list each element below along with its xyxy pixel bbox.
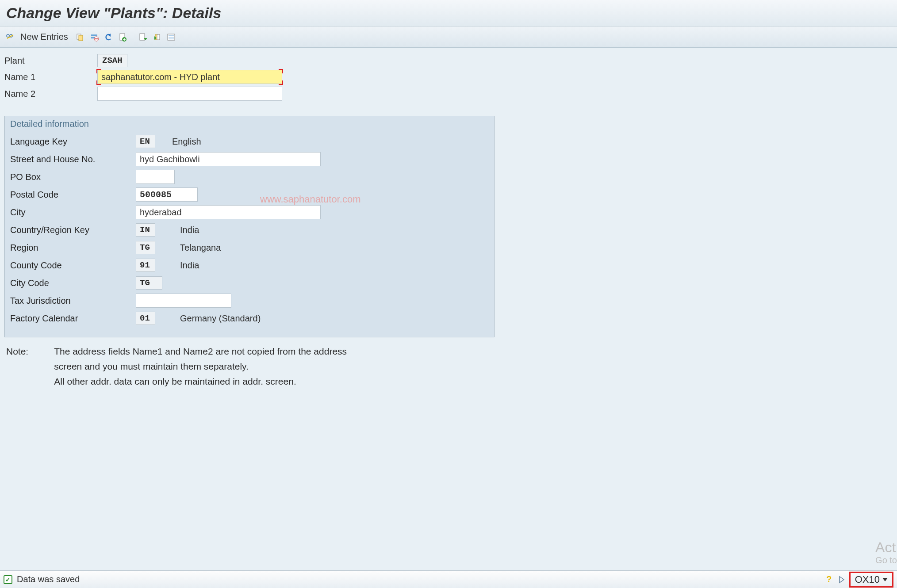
tax-jurisdiction-label: Tax Jurisdiction (10, 296, 136, 306)
transaction-code-box[interactable]: OX10 (849, 572, 893, 588)
page-title: Change View "Plants": Details (6, 4, 891, 22)
previous-entry-icon[interactable] (151, 31, 163, 43)
county-code-label: County Code (10, 260, 136, 271)
note-line3: All other addr. data can only be maintai… (54, 376, 347, 387)
title-bar: Change View "Plants": Details (0, 0, 897, 27)
svg-rect-12 (157, 34, 160, 40)
country-label: Country/Region Key (10, 225, 136, 235)
pobox-label: PO Box (10, 172, 136, 182)
svg-rect-3 (79, 35, 83, 41)
note-line1: The address fields Name1 and Name2 are n… (54, 346, 347, 357)
region-desc: Telangana (180, 243, 221, 253)
svg-rect-4 (91, 34, 97, 36)
city-label: City (10, 207, 136, 218)
note-label: Note: (6, 346, 28, 391)
content-area: Plant ZSAH Name 1 Name 2 Detailed inform… (0, 48, 897, 391)
street-label: Street and House No. (10, 154, 136, 164)
note-block: Note: The address fields Name1 and Name2… (4, 346, 893, 391)
factory-calendar-label: Factory Calendar (10, 313, 136, 324)
street-input[interactable] (136, 152, 321, 166)
chevron-down-icon (882, 578, 888, 581)
region-input[interactable]: TG (136, 241, 155, 254)
tax-jurisdiction-input[interactable] (136, 294, 231, 308)
city-code-input[interactable]: TG (136, 276, 162, 290)
name2-label: Name 2 (4, 89, 97, 99)
note-line2: screen and you must maintain them separa… (54, 361, 347, 372)
postal-label: Postal Code (10, 190, 136, 200)
display-change-toggle-icon[interactable] (4, 31, 16, 43)
ghost-text: Act Go to (875, 540, 897, 565)
help-icon[interactable]: ? (825, 574, 834, 585)
status-message: Data was saved (17, 574, 80, 584)
new-entries-button[interactable]: New Entries (20, 32, 68, 42)
plant-label: Plant (4, 56, 97, 66)
delete-icon[interactable] (88, 31, 100, 43)
county-code-input[interactable]: 91 (136, 259, 155, 272)
svg-point-0 (7, 34, 9, 37)
factory-calendar-desc: Germany (Standard) (180, 313, 261, 324)
copy-icon[interactable] (74, 31, 86, 43)
language-key-label: Language Key (10, 137, 136, 147)
name1-input[interactable] (97, 70, 282, 84)
country-desc: India (180, 225, 199, 235)
language-key-desc: English (172, 137, 201, 147)
nav-forward-icon[interactable] (839, 576, 845, 584)
undo-icon[interactable] (103, 31, 114, 43)
detailed-information-group: Detailed information Language Key EN Eng… (4, 116, 494, 337)
next-entry-icon[interactable] (137, 31, 149, 43)
transaction-code: OX10 (855, 574, 880, 585)
success-icon: ✓ (4, 575, 12, 584)
svg-rect-10 (140, 34, 145, 40)
country-input[interactable]: IN (136, 223, 155, 237)
plant-code[interactable]: ZSAH (97, 54, 127, 67)
status-bar: ✓ Data was saved ? OX10 (0, 570, 897, 588)
language-key-input[interactable]: EN (136, 135, 155, 148)
svg-text:?: ? (826, 574, 832, 584)
county-code-desc: India (180, 260, 199, 271)
city-input[interactable] (136, 205, 321, 219)
pobox-input[interactable] (136, 170, 175, 184)
name1-label: Name 1 (4, 72, 97, 82)
document-add-icon[interactable] (117, 31, 128, 43)
factory-calendar-input[interactable]: 01 (136, 312, 155, 325)
region-label: Region (10, 243, 136, 253)
list-icon[interactable] (165, 31, 177, 43)
postal-input[interactable] (136, 187, 198, 202)
application-toolbar: New Entries (0, 27, 897, 48)
city-code-label: City Code (10, 278, 136, 288)
group-title: Detailed information (5, 116, 494, 133)
name2-input[interactable] (97, 87, 282, 101)
